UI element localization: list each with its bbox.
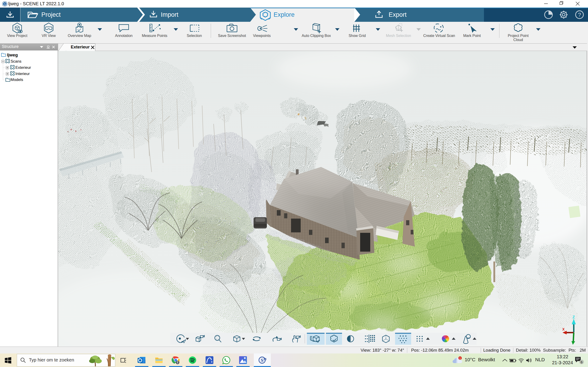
svg-text:LT: LT bbox=[264, 358, 266, 360]
svg-text:T: T bbox=[177, 361, 179, 364]
svg-text:1: 1 bbox=[459, 357, 461, 360]
svg-text:S: S bbox=[261, 358, 263, 363]
svg-text:Z: Z bbox=[572, 315, 575, 320]
svg-text:S: S bbox=[4, 2, 6, 6]
svg-text:X: X bbox=[562, 327, 565, 332]
svg-text:6: 6 bbox=[581, 360, 582, 364]
svg-text:?: ? bbox=[578, 12, 581, 18]
